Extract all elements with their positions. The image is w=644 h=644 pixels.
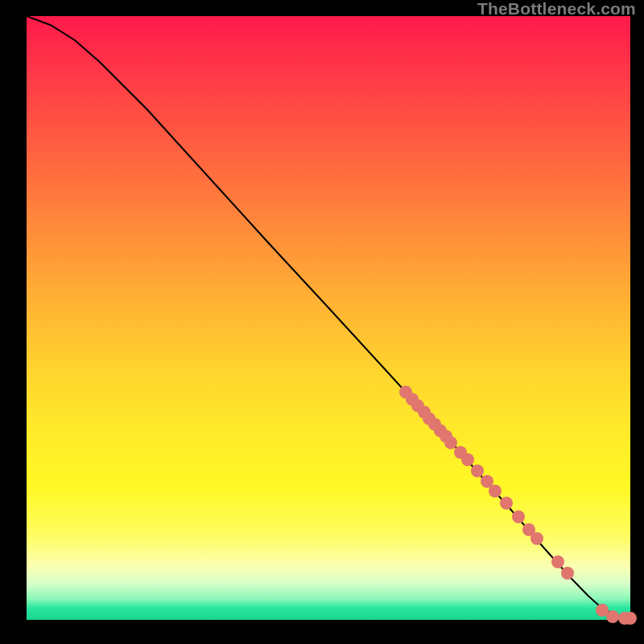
bottleneck-curve (27, 16, 630, 618)
curve-svg (27, 16, 630, 620)
attribution-text: TheBottleneck.com (477, 0, 636, 17)
highlight-dot (500, 497, 513, 510)
highlight-dot (461, 453, 474, 466)
highlight-dot (606, 610, 619, 623)
chart-frame: { "attribution": "TheBottleneck.com", "c… (0, 0, 644, 644)
highlight-dot (530, 532, 543, 545)
highlight-dot (489, 485, 502, 497)
highlight-dot (561, 567, 574, 580)
highlight-dot (471, 464, 484, 477)
highlight-dot (551, 555, 564, 568)
highlight-dot (624, 612, 637, 625)
highlight-dot (512, 510, 525, 523)
plot-area (27, 16, 630, 620)
